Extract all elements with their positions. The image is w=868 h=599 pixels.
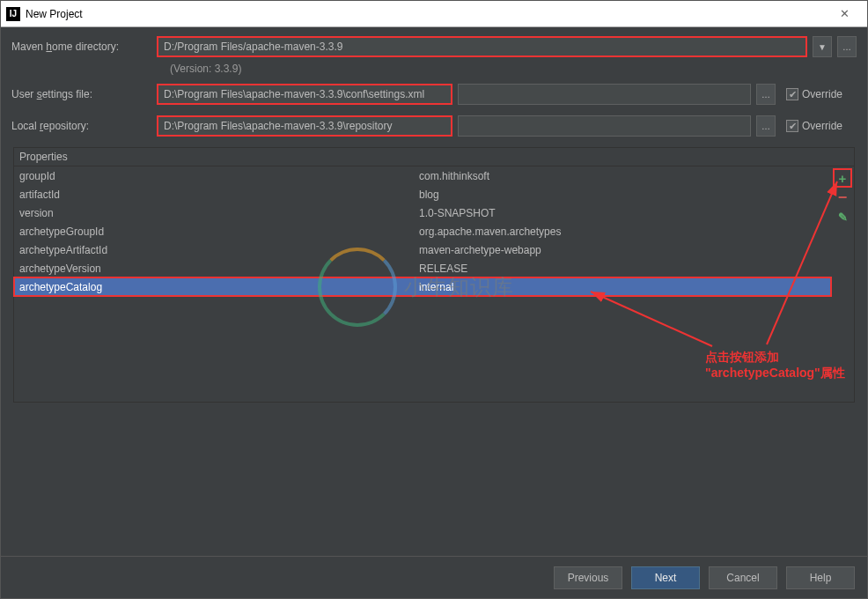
wizard-buttons: Previous Next Cancel Help <box>1 556 867 598</box>
cancel-button[interactable]: Cancel <box>709 566 777 589</box>
local-repo-label: Local repository: <box>11 120 157 132</box>
properties-header: Properties <box>14 148 854 166</box>
local-repo-browse[interactable]: … <box>756 115 776 137</box>
maven-home-label: Maven home directory: <box>11 41 157 53</box>
user-settings-field[interactable] <box>157 84 452 105</box>
next-button[interactable]: Next <box>631 566 700 589</box>
local-repo-field[interactable] <box>157 115 452 137</box>
user-settings-browse[interactable]: … <box>756 84 776 105</box>
table-row[interactable]: archetypeGroupIdorg.apache.maven.archety… <box>14 222 831 240</box>
app-icon: IJ <box>6 7 20 21</box>
remove-property-button[interactable]: − <box>835 189 850 205</box>
table-row[interactable]: archetypeArtifactIdmaven-archetype-webap… <box>14 240 831 259</box>
local-repo-override-label: Override <box>802 120 842 132</box>
user-settings-override-label: Override <box>802 88 842 100</box>
annotation-text: 点击按钮添加 "archetypeCatalog"属性 <box>705 349 845 381</box>
table-row-selected[interactable]: archetypeCataloginternal <box>14 277 831 296</box>
maven-home-field[interactable] <box>157 36 807 57</box>
maven-home-browse[interactable]: … <box>837 36 857 57</box>
table-row[interactable]: artifactIdblog <box>14 185 831 203</box>
local-repo-override-checkbox[interactable]: ✔ <box>786 120 798 132</box>
titlebar: IJ New Project ✕ <box>1 1 867 27</box>
edit-property-button[interactable]: ✎ <box>835 209 850 225</box>
table-row[interactable]: groupIdcom.hithinksoft <box>14 166 831 185</box>
help-button[interactable]: Help <box>786 566 855 589</box>
maven-version-text: (Version: 3.3.9) <box>170 63 857 75</box>
close-icon[interactable]: ✕ <box>827 7 862 20</box>
maven-home-dropdown[interactable]: ▼ <box>813 36 832 57</box>
add-property-button[interactable]: + <box>835 170 850 186</box>
table-row[interactable]: version1.0-SNAPSHOT <box>14 203 831 222</box>
previous-button[interactable]: Previous <box>554 566 622 589</box>
user-settings-label: User settings file: <box>11 88 157 100</box>
table-row[interactable]: archetypeVersionRELEASE <box>14 259 831 277</box>
window-title: New Project <box>26 8 83 20</box>
user-settings-override-checkbox[interactable]: ✔ <box>786 88 798 100</box>
